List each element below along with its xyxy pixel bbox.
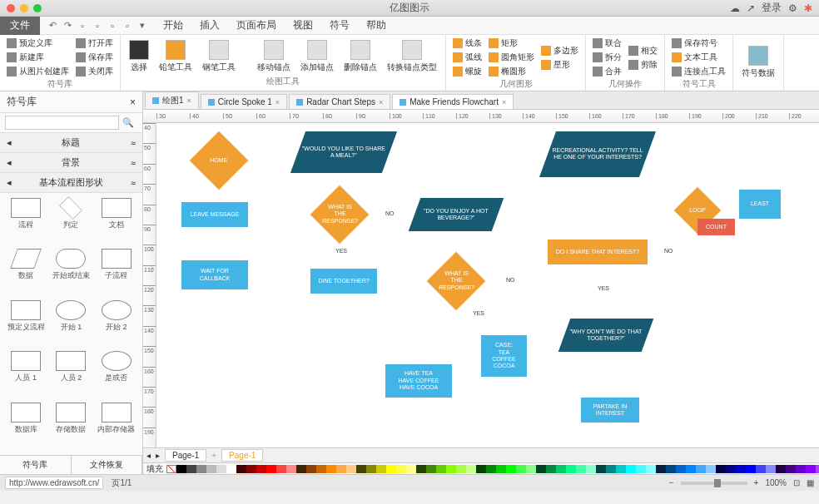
page-tab-active[interactable]: Page-1: [221, 449, 263, 462]
color-swatch[interactable]: [356, 465, 366, 473]
zoom-slider[interactable]: [681, 482, 747, 485]
shape-storedata[interactable]: 存储数据: [50, 403, 92, 450]
color-swatch[interactable]: [196, 465, 206, 473]
color-swatch[interactable]: [176, 465, 186, 473]
menu-layout[interactable]: 页面布局: [228, 16, 285, 35]
color-swatch[interactable]: [236, 465, 246, 473]
color-swatch[interactable]: [596, 465, 606, 473]
node-response2[interactable]: WHAT IS THE RESPONSE?: [427, 252, 486, 311]
menu-insert[interactable]: 插入: [191, 16, 228, 35]
color-swatch[interactable]: [316, 465, 326, 473]
maximize-window[interactable]: [33, 4, 42, 12]
color-swatch[interactable]: [616, 465, 626, 473]
color-swatch[interactable]: [726, 465, 736, 473]
color-swatch[interactable]: [626, 465, 636, 473]
color-swatch[interactable]: [446, 465, 456, 473]
color-swatch[interactable]: [576, 465, 586, 473]
menu-file[interactable]: 文件: [0, 16, 40, 35]
shape-person2[interactable]: 人员 2: [50, 351, 92, 398]
color-swatch[interactable]: [736, 465, 746, 473]
color-swatch[interactable]: [556, 465, 566, 473]
fit-width-icon[interactable]: ⊡: [793, 478, 800, 487]
color-swatch[interactable]: [496, 465, 506, 473]
prev-page[interactable]: ◂: [146, 451, 151, 460]
login-link[interactable]: 登录: [762, 1, 782, 15]
color-swatch[interactable]: [816, 465, 819, 473]
pencil-tool[interactable]: 铅笔工具: [156, 38, 196, 75]
shape-person1[interactable]: 人员 1: [5, 351, 47, 398]
shape-document[interactable]: 文档: [96, 198, 137, 245]
color-swatch[interactable]: [686, 465, 696, 473]
line-shape[interactable]: 线条: [451, 37, 484, 50]
tab-recovery[interactable]: 文件恢复: [72, 456, 143, 474]
close-icon[interactable]: ×: [502, 98, 506, 106]
select-tool[interactable]: 选择: [126, 38, 152, 75]
close-icon[interactable]: ×: [187, 96, 191, 105]
save-symbol[interactable]: 保存符号: [670, 37, 727, 50]
node-dine[interactable]: DINE TOGETHER?: [310, 269, 377, 294]
shape-data[interactable]: 数据: [5, 249, 47, 296]
undo-icon[interactable]: ↶: [47, 20, 58, 32]
node-home[interactable]: HOME: [190, 131, 249, 190]
union-op[interactable]: 联合: [591, 37, 623, 50]
doctab-2[interactable]: Circle Spoke 1×: [201, 94, 287, 109]
library-search-input[interactable]: [5, 116, 119, 130]
predef-lib[interactable]: 预定义库: [5, 37, 71, 50]
color-swatch[interactable]: [526, 465, 536, 473]
color-swatch[interactable]: [646, 465, 656, 473]
cat-title[interactable]: ◂标题≈: [0, 133, 142, 153]
shape-yesno[interactable]: 是或否: [96, 351, 137, 398]
color-swatch[interactable]: [216, 465, 226, 473]
color-swatch[interactable]: [276, 465, 286, 473]
color-swatch[interactable]: [456, 465, 466, 473]
from-image-lib[interactable]: 从图片创建库: [5, 65, 71, 78]
color-swatch[interactable]: [466, 465, 476, 473]
color-swatch[interactable]: [516, 465, 526, 473]
tab-library[interactable]: 符号库: [0, 456, 72, 474]
node-rec-activity[interactable]: RECREATIONAL ACTIVITY? TELL HE ONE OF YO…: [539, 131, 656, 177]
cat-background[interactable]: ◂背景≈: [0, 153, 142, 173]
gear-icon[interactable]: ⚙: [788, 2, 797, 14]
color-swatch[interactable]: [796, 465, 806, 473]
merge-op[interactable]: 合并: [591, 65, 623, 78]
zoom-in[interactable]: +: [754, 478, 759, 487]
no-fill-icon[interactable]: [166, 465, 176, 473]
add-anchor[interactable]: 添加锚点: [297, 38, 337, 75]
color-swatch[interactable]: [286, 465, 296, 473]
node-least[interactable]: LEAST: [739, 190, 781, 219]
menu-view[interactable]: 视图: [285, 16, 321, 35]
cloud-icon[interactable]: ☁: [730, 2, 740, 14]
color-swatch[interactable]: [536, 465, 546, 473]
new-icon[interactable]: ▫: [77, 20, 88, 32]
color-swatch[interactable]: [326, 465, 336, 473]
color-swatch[interactable]: [746, 465, 756, 473]
node-share-int[interactable]: DO I SHARE THAT INTEREST?: [548, 240, 648, 264]
color-swatch[interactable]: [606, 465, 616, 473]
share-icon[interactable]: ↗: [747, 2, 755, 14]
shape-predef[interactable]: 预定义流程: [5, 300, 47, 348]
color-swatch[interactable]: [776, 465, 786, 473]
color-swatch[interactable]: [246, 465, 256, 473]
color-swatch[interactable]: [386, 465, 396, 473]
next-page[interactable]: ▸: [156, 451, 160, 460]
color-swatch[interactable]: [506, 465, 516, 473]
node-case[interactable]: CASE: TEA COFFEE COCOA: [481, 335, 527, 377]
shape-internal[interactable]: 内部存储器: [96, 403, 137, 450]
color-swatch[interactable]: [416, 465, 426, 473]
color-swatch[interactable]: [706, 465, 716, 473]
help-icon[interactable]: ✱: [804, 2, 812, 14]
star-shape[interactable]: 星形: [539, 58, 580, 72]
node-hot-bev[interactable]: "DO YOU ENJOY A HOT BEVERAGE?": [409, 198, 504, 231]
menu-start[interactable]: 开始: [155, 16, 191, 35]
convert-anchor[interactable]: 转换锚点类型: [384, 38, 440, 75]
color-swatch[interactable]: [186, 465, 196, 473]
color-swatch[interactable]: [696, 465, 706, 473]
color-swatch[interactable]: [226, 465, 236, 473]
subtract-op[interactable]: 剪除: [627, 58, 659, 72]
color-swatch[interactable]: [566, 465, 576, 473]
shape-terminator[interactable]: 开始或结束: [50, 249, 92, 296]
rect-shape[interactable]: 矩形: [487, 37, 536, 50]
close-window[interactable]: [7, 4, 15, 12]
close-icon[interactable]: ×: [379, 98, 383, 106]
search-icon[interactable]: 🔍: [119, 116, 137, 130]
